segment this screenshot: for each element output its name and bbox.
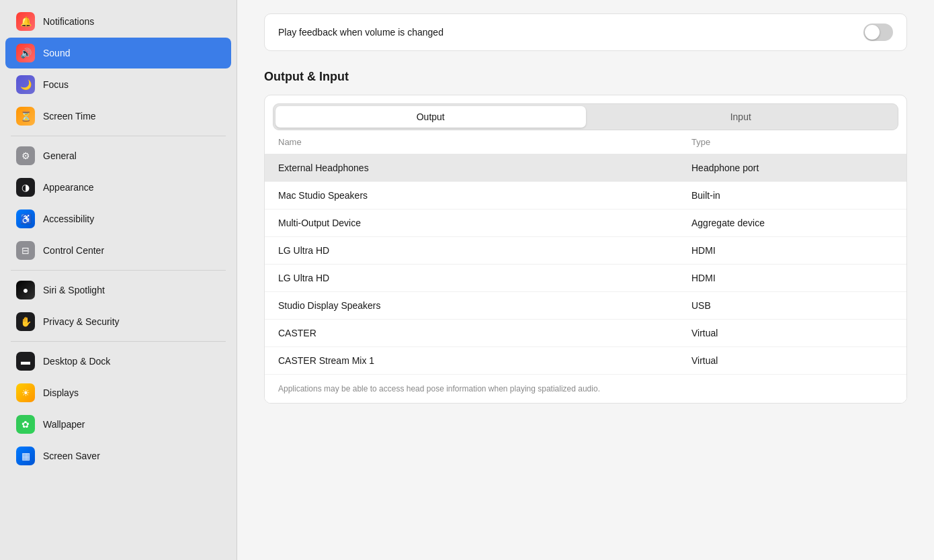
sidebar-item-desktop-dock[interactable]: ▬Desktop & Dock: [5, 346, 231, 377]
device-type: HDMI: [691, 245, 893, 256]
sidebar-item-label-screen-time: Screen Time: [43, 111, 96, 122]
sidebar-item-label-notifications: Notifications: [43, 16, 94, 27]
sidebar-item-label-sound: Sound: [43, 48, 70, 58]
sidebar-divider-3: [11, 341, 226, 342]
device-type: Aggregate device: [691, 218, 893, 228]
table-header-type: Type: [691, 137, 893, 147]
sidebar-item-privacy[interactable]: ✋Privacy & Security: [5, 306, 231, 337]
device-table: NameType External HeadphonesHeadphone po…: [265, 130, 906, 403]
sidebar-item-label-control-center: Control Center: [43, 245, 104, 256]
screen-saver-icon: ▦: [16, 447, 35, 465]
toggle-label: Play feedback when volume is changed: [278, 27, 443, 38]
control-center-icon: ⊟: [16, 241, 35, 260]
sidebar-item-label-privacy: Privacy & Security: [43, 316, 120, 327]
device-name: CASTER: [278, 328, 691, 338]
sidebar-item-displays[interactable]: ☀Displays: [5, 377, 231, 408]
table-row[interactable]: LG Ultra HDHDMI: [265, 265, 906, 292]
table-row[interactable]: Mac Studio SpeakersBuilt-in: [265, 182, 906, 209]
device-name: CASTER Stream Mix 1: [278, 355, 691, 366]
desktop-dock-icon: ▬: [16, 352, 35, 371]
sidebar-item-notifications[interactable]: 🔔Notifications: [5, 6, 231, 37]
table-row[interactable]: CASTER Stream Mix 1Virtual: [265, 347, 906, 374]
sidebar-item-label-accessibility: Accessibility: [43, 214, 94, 224]
tab-output[interactable]: Output: [275, 106, 586, 128]
sidebar-item-label-focus: Focus: [43, 79, 69, 90]
table-row[interactable]: CASTERVirtual: [265, 320, 906, 347]
sidebar-divider: [11, 136, 226, 136]
siri-spotlight-icon: ●: [16, 281, 35, 299]
sidebar-divider-2: [11, 270, 226, 271]
device-name: Mac Studio Speakers: [278, 190, 691, 201]
device-type: Virtual: [691, 328, 893, 338]
sidebar-item-siri-spotlight[interactable]: ●Siri & Spotlight: [5, 275, 231, 306]
output-input-section: OutputInput NameType External Headphones…: [264, 95, 907, 404]
sidebar-item-screen-time[interactable]: ⏳Screen Time: [5, 101, 231, 132]
device-name: LG Ultra HD: [278, 245, 691, 256]
general-icon: ⚙: [16, 146, 35, 165]
table-row[interactable]: Studio Display SpeakersUSB: [265, 292, 906, 320]
sidebar: 🔔Notifications🔊Sound🌙Focus⏳Screen Time⚙G…: [0, 0, 237, 560]
sidebar-item-screen-saver[interactable]: ▦Screen Saver: [5, 440, 231, 471]
accessibility-icon: ♿: [16, 209, 35, 228]
table-row[interactable]: External HeadphonesHeadphone port: [265, 154, 906, 182]
screen-time-icon: ⏳: [16, 107, 35, 126]
privacy-icon: ✋: [16, 312, 35, 331]
device-name: External Headphones: [278, 162, 691, 173]
sidebar-item-label-general: General: [43, 150, 77, 161]
output-input-tabs: OutputInput: [273, 103, 898, 130]
sound-icon: 🔊: [16, 44, 35, 62]
sidebar-item-label-screen-saver: Screen Saver: [43, 451, 100, 461]
device-type: Headphone port: [691, 162, 893, 173]
table-body: External HeadphonesHeadphone portMac Stu…: [265, 154, 906, 374]
footer-note: Applications may be able to access head …: [265, 374, 906, 403]
device-name: LG Ultra HD: [278, 273, 691, 283]
focus-icon: 🌙: [16, 75, 35, 94]
wallpaper-icon: ✿: [16, 415, 35, 434]
toggle-row: Play feedback when volume is changed: [264, 13, 907, 51]
sidebar-item-label-displays: Displays: [43, 387, 79, 398]
sidebar-item-accessibility[interactable]: ♿Accessibility: [5, 203, 231, 234]
table-header: NameType: [265, 130, 906, 154]
sidebar-item-wallpaper[interactable]: ✿Wallpaper: [5, 409, 231, 440]
main-content: Play feedback when volume is changed Out…: [237, 0, 934, 560]
sidebar-item-sound[interactable]: 🔊Sound: [5, 38, 231, 68]
device-name: Multi-Output Device: [278, 218, 691, 228]
output-input-header: Output & Input: [264, 70, 907, 84]
device-type: Virtual: [691, 355, 893, 366]
table-row[interactable]: Multi-Output DeviceAggregate device: [265, 209, 906, 237]
sidebar-item-control-center[interactable]: ⊟Control Center: [5, 235, 231, 266]
sidebar-item-label-desktop-dock: Desktop & Dock: [43, 356, 110, 367]
device-type: Built-in: [691, 190, 893, 201]
notifications-icon: 🔔: [16, 12, 35, 31]
sidebar-item-general[interactable]: ⚙General: [5, 140, 231, 171]
device-name: Studio Display Speakers: [278, 300, 691, 311]
device-type: USB: [691, 300, 893, 311]
tab-input[interactable]: Input: [586, 106, 896, 128]
sidebar-item-label-wallpaper: Wallpaper: [43, 419, 85, 430]
volume-feedback-toggle[interactable]: [863, 24, 893, 41]
sidebar-item-appearance[interactable]: ◑Appearance: [5, 172, 231, 203]
table-row[interactable]: LG Ultra HDHDMI: [265, 237, 906, 265]
table-header-name: Name: [278, 137, 691, 147]
displays-icon: ☀: [16, 383, 35, 402]
sidebar-item-label-appearance: Appearance: [43, 182, 94, 193]
device-type: HDMI: [691, 273, 893, 283]
appearance-icon: ◑: [16, 178, 35, 197]
sidebar-item-label-siri-spotlight: Siri & Spotlight: [43, 285, 105, 295]
sidebar-item-focus[interactable]: 🌙Focus: [5, 69, 231, 100]
